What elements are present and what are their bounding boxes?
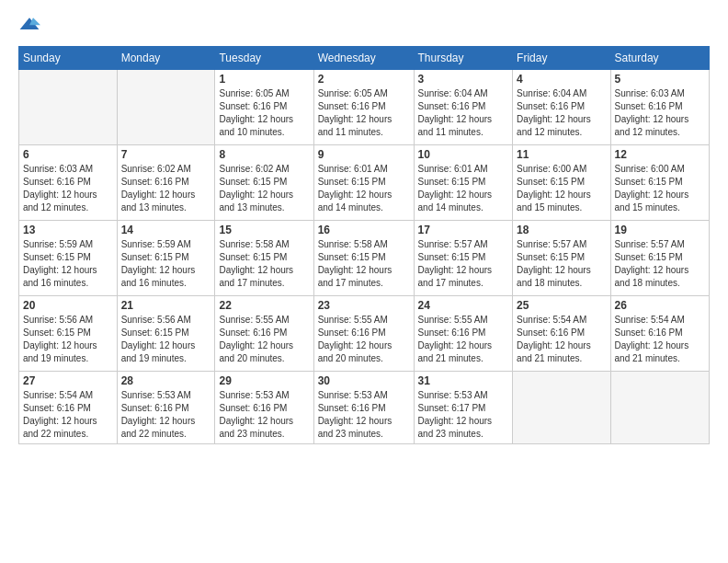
calendar-cell [513, 372, 610, 444]
day-info: Sunrise: 6:03 AMSunset: 6:16 PMDaylight:… [615, 87, 705, 139]
weekday-header: Monday [117, 47, 215, 70]
day-number: 15 [219, 224, 309, 236]
day-number: 23 [318, 299, 410, 312]
day-number: 20 [23, 299, 113, 312]
day-number: 4 [517, 73, 606, 86]
calendar-cell: 13Sunrise: 5:59 AMSunset: 6:15 PMDayligh… [19, 221, 118, 296]
calendar-cell: 14Sunrise: 5:59 AMSunset: 6:15 PMDayligh… [117, 221, 215, 296]
day-number: 21 [121, 299, 211, 312]
day-info: Sunrise: 5:55 AMSunset: 6:16 PMDaylight:… [418, 314, 509, 365]
calendar-cell: 2Sunrise: 6:05 AMSunset: 6:16 PMDaylight… [313, 70, 414, 145]
day-info: Sunrise: 6:00 AMSunset: 6:15 PMDaylight:… [615, 163, 705, 214]
calendar-cell: 25Sunrise: 5:54 AMSunset: 6:16 PMDayligh… [513, 296, 610, 372]
calendar-cell: 4Sunrise: 6:04 AMSunset: 6:16 PMDaylight… [513, 70, 610, 145]
calendar-cell: 8Sunrise: 6:02 AMSunset: 6:15 PMDaylight… [215, 145, 313, 221]
day-info: Sunrise: 5:53 AMSunset: 6:16 PMDaylight:… [318, 389, 410, 441]
day-info: Sunrise: 6:05 AMSunset: 6:16 PMDaylight:… [219, 87, 309, 139]
calendar-cell: 1Sunrise: 6:05 AMSunset: 6:16 PMDaylight… [215, 70, 313, 145]
calendar-cell: 31Sunrise: 5:53 AMSunset: 6:17 PMDayligh… [414, 372, 513, 444]
day-number: 9 [318, 148, 410, 161]
calendar-cell: 24Sunrise: 5:55 AMSunset: 6:16 PMDayligh… [414, 296, 513, 372]
day-number: 2 [318, 73, 410, 86]
calendar-cell: 22Sunrise: 5:55 AMSunset: 6:16 PMDayligh… [215, 296, 313, 372]
weekday-header: Thursday [414, 47, 513, 70]
calendar-cell: 10Sunrise: 6:01 AMSunset: 6:15 PMDayligh… [414, 145, 513, 221]
day-info: Sunrise: 6:01 AMSunset: 6:15 PMDaylight:… [318, 163, 410, 214]
day-number: 11 [517, 148, 606, 161]
day-number: 25 [517, 299, 606, 312]
day-info: Sunrise: 6:04 AMSunset: 6:16 PMDaylight:… [517, 87, 606, 139]
day-info: Sunrise: 5:56 AMSunset: 6:15 PMDaylight:… [23, 314, 113, 365]
day-info: Sunrise: 5:57 AMSunset: 6:15 PMDaylight:… [418, 238, 509, 290]
day-number: 16 [318, 224, 410, 236]
day-info: Sunrise: 5:53 AMSunset: 6:16 PMDaylight:… [121, 389, 211, 441]
day-number: 31 [418, 374, 509, 387]
calendar-cell: 16Sunrise: 5:58 AMSunset: 6:15 PMDayligh… [313, 221, 414, 296]
day-info: Sunrise: 6:04 AMSunset: 6:16 PMDaylight:… [418, 87, 509, 139]
day-number: 29 [219, 374, 309, 387]
day-number: 12 [615, 148, 705, 161]
calendar-cell: 26Sunrise: 5:54 AMSunset: 6:16 PMDayligh… [610, 296, 709, 372]
day-info: Sunrise: 5:55 AMSunset: 6:16 PMDaylight:… [318, 314, 410, 365]
weekday-header: Saturday [610, 47, 709, 70]
day-number: 24 [418, 299, 509, 312]
day-number: 5 [615, 73, 705, 86]
day-info: Sunrise: 5:58 AMSunset: 6:15 PMDaylight:… [219, 238, 309, 290]
calendar-cell: 19Sunrise: 5:57 AMSunset: 6:15 PMDayligh… [610, 221, 709, 296]
day-number: 18 [517, 224, 606, 236]
day-info: Sunrise: 5:54 AMSunset: 6:16 PMDaylight:… [23, 389, 113, 441]
calendar-cell: 9Sunrise: 6:01 AMSunset: 6:15 PMDaylight… [313, 145, 414, 221]
calendar-cell: 3Sunrise: 6:04 AMSunset: 6:16 PMDaylight… [414, 70, 513, 145]
day-number: 10 [418, 148, 509, 161]
weekday-header: Sunday [19, 47, 118, 70]
day-info: Sunrise: 5:54 AMSunset: 6:16 PMDaylight:… [615, 314, 705, 365]
day-info: Sunrise: 5:57 AMSunset: 6:15 PMDaylight:… [615, 238, 705, 290]
calendar-cell: 7Sunrise: 6:02 AMSunset: 6:16 PMDaylight… [117, 145, 215, 221]
day-number: 28 [121, 374, 211, 387]
day-info: Sunrise: 5:54 AMSunset: 6:16 PMDaylight:… [517, 314, 606, 365]
day-number: 30 [318, 374, 410, 387]
weekday-header: Tuesday [215, 47, 313, 70]
weekday-header: Friday [513, 47, 610, 70]
day-info: Sunrise: 5:55 AMSunset: 6:16 PMDaylight:… [219, 314, 309, 365]
calendar-page: SundayMondayTuesdayWednesdayThursdayFrid… [0, 0, 728, 563]
calendar-cell: 29Sunrise: 5:53 AMSunset: 6:16 PMDayligh… [215, 372, 313, 444]
day-info: Sunrise: 6:01 AMSunset: 6:15 PMDaylight:… [418, 163, 509, 214]
day-info: Sunrise: 5:59 AMSunset: 6:15 PMDaylight:… [23, 238, 113, 290]
day-info: Sunrise: 6:03 AMSunset: 6:16 PMDaylight:… [23, 163, 113, 214]
day-info: Sunrise: 5:53 AMSunset: 6:17 PMDaylight:… [418, 389, 509, 441]
calendar-cell: 12Sunrise: 6:00 AMSunset: 6:15 PMDayligh… [610, 145, 709, 221]
logo-icon [18, 15, 40, 37]
day-number: 6 [23, 148, 113, 161]
calendar-cell: 17Sunrise: 5:57 AMSunset: 6:15 PMDayligh… [414, 221, 513, 296]
day-info: Sunrise: 5:56 AMSunset: 6:15 PMDaylight:… [121, 314, 211, 365]
calendar-header-row: SundayMondayTuesdayWednesdayThursdayFrid… [19, 47, 710, 70]
calendar-cell: 28Sunrise: 5:53 AMSunset: 6:16 PMDayligh… [117, 372, 215, 444]
logo [18, 15, 44, 37]
day-number: 27 [23, 374, 113, 387]
calendar-cell [19, 70, 118, 145]
day-info: Sunrise: 6:02 AMSunset: 6:15 PMDaylight:… [219, 163, 309, 214]
day-number: 26 [615, 299, 705, 312]
day-number: 13 [23, 224, 113, 236]
calendar-cell: 27Sunrise: 5:54 AMSunset: 6:16 PMDayligh… [19, 372, 118, 444]
calendar-cell: 15Sunrise: 5:58 AMSunset: 6:15 PMDayligh… [215, 221, 313, 296]
calendar-cell [610, 372, 709, 444]
day-info: Sunrise: 5:57 AMSunset: 6:15 PMDaylight:… [517, 238, 606, 290]
calendar-cell: 5Sunrise: 6:03 AMSunset: 6:16 PMDaylight… [610, 70, 709, 145]
day-number: 8 [219, 148, 309, 161]
day-info: Sunrise: 5:59 AMSunset: 6:15 PMDaylight:… [121, 238, 211, 290]
calendar-cell: 30Sunrise: 5:53 AMSunset: 6:16 PMDayligh… [313, 372, 414, 444]
weekday-header: Wednesday [313, 47, 414, 70]
calendar-cell: 23Sunrise: 5:55 AMSunset: 6:16 PMDayligh… [313, 296, 414, 372]
day-number: 17 [418, 224, 509, 236]
day-info: Sunrise: 5:53 AMSunset: 6:16 PMDaylight:… [219, 389, 309, 441]
calendar-cell: 11Sunrise: 6:00 AMSunset: 6:15 PMDayligh… [513, 145, 610, 221]
calendar-cell: 18Sunrise: 5:57 AMSunset: 6:15 PMDayligh… [513, 221, 610, 296]
page-header [18, 15, 710, 37]
day-number: 3 [418, 73, 509, 86]
day-info: Sunrise: 5:58 AMSunset: 6:15 PMDaylight:… [318, 238, 410, 290]
calendar-cell: 20Sunrise: 5:56 AMSunset: 6:15 PMDayligh… [19, 296, 118, 372]
day-number: 1 [219, 73, 309, 86]
day-number: 19 [615, 224, 705, 236]
